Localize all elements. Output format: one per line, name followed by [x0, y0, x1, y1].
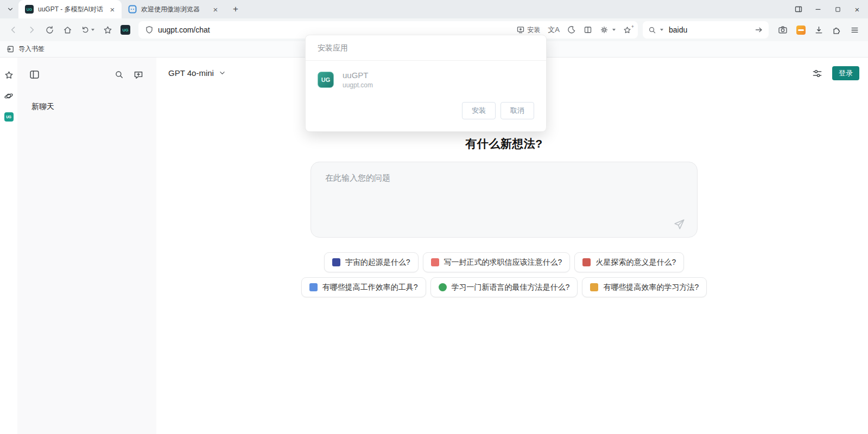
extensions-button[interactable]	[828, 22, 845, 38]
install-dialog-title: 安装应用	[306, 35, 546, 61]
star-plus-icon	[623, 26, 631, 34]
url-text[interactable]: uugpt.com/chat	[158, 25, 516, 34]
rail-uugpt-icon[interactable]: UG	[4, 112, 14, 122]
tab-welcome[interactable]: 欢迎使用傲游浏览器 ×	[122, 0, 225, 18]
tab-close-icon[interactable]: ×	[107, 4, 117, 14]
minimize-button[interactable]	[813, 4, 823, 15]
home-icon	[63, 25, 72, 35]
maximize-button[interactable]	[832, 4, 843, 15]
refresh-icon	[45, 25, 54, 35]
forward-icon	[27, 25, 36, 35]
site-settings-caret-icon	[612, 29, 616, 31]
suggestion-label: 写一封正式的求职信应该注意什么?	[444, 258, 562, 267]
model-selector-label: GPT 4o-mini	[168, 68, 214, 78]
model-selector[interactable]: GPT 4o-mini	[168, 68, 226, 78]
sidebar-item-new-chat[interactable]: 新聊天	[31, 102, 54, 112]
tab-list-dropdown-button[interactable]	[2, 2, 18, 17]
prompt-input[interactable]	[311, 162, 697, 237]
uugpt-extension-button[interactable]: UG	[117, 22, 134, 38]
star-icon	[103, 25, 112, 35]
suggestion-chip[interactable]: 火星探索的意义是什么?	[574, 252, 684, 272]
new-tab-button[interactable]: +	[228, 2, 243, 17]
install-app-button[interactable]: 安装	[516, 25, 540, 35]
suggestion-chips: 宇宙的起源是什么? 写一封正式的求职信应该注意什么? 火星探索的意义是什么? 有…	[311, 252, 698, 297]
tab-bar: UG uuGPT - 多模型AI对话 × 欢迎使用傲游浏览器 × + ×	[0, 0, 868, 18]
new-chat-icon[interactable]	[134, 70, 143, 80]
search-go-arrow-icon[interactable]	[755, 25, 763, 34]
undo-button[interactable]	[77, 22, 98, 38]
install-confirm-button[interactable]: 安装	[462, 102, 496, 119]
close-window-button[interactable]: ×	[852, 4, 863, 15]
login-button[interactable]: 登录	[832, 66, 859, 80]
rail-favorites-star-icon[interactable]	[4, 71, 14, 80]
app-name: uuGPT	[343, 71, 373, 80]
main-header-actions: 登录	[812, 66, 859, 80]
import-bookmarks-icon	[7, 45, 15, 53]
panel-icon	[794, 5, 803, 14]
laptop-icon	[309, 283, 318, 291]
install-app-label: 安装	[527, 25, 540, 35]
night-mode-button[interactable]	[567, 25, 576, 34]
reading-mode-button[interactable]	[584, 25, 592, 34]
home-button[interactable]	[59, 22, 75, 38]
settings-sliders-icon[interactable]	[812, 68, 822, 79]
suggestion-chip[interactable]: 有哪些提高效率的学习方法?	[582, 277, 707, 297]
uugpt-app-icon: UG	[318, 72, 334, 88]
minimize-icon	[814, 5, 822, 13]
gear-icon	[600, 25, 609, 34]
install-dialog-footer: 安装 取消	[306, 94, 546, 131]
search-input[interactable]	[669, 25, 752, 34]
maximize-icon	[834, 6, 841, 13]
back-button[interactable]	[5, 22, 22, 38]
send-button[interactable]	[674, 219, 685, 230]
install-app-dialog: 安装应用 UG uuGPT uugpt.com 安装 取消	[305, 35, 547, 132]
browser-panel-toggle-button[interactable]	[793, 4, 804, 15]
tab-title: 欢迎使用傲游浏览器	[141, 5, 206, 14]
app-domain: uugpt.com	[343, 81, 373, 89]
suggestion-row-2: 有哪些提高工作效率的工具? 学习一门新语言的最佳方法是什么? 有哪些提高效率的学…	[311, 277, 698, 297]
reading-mode-icon	[584, 25, 592, 34]
prompt-input-container	[311, 162, 698, 238]
add-bookmark-button[interactable]: +	[623, 26, 631, 34]
suggestion-label: 宇宙的起源是什么?	[345, 258, 410, 267]
back-icon	[9, 25, 18, 35]
left-icon-rail: UG	[0, 58, 17, 434]
galaxy-icon	[332, 258, 340, 266]
translate-button[interactable]: 文A	[548, 25, 560, 35]
undo-dropdown-caret-icon[interactable]	[91, 29, 94, 31]
globe-icon	[439, 283, 447, 291]
downloads-button[interactable]	[810, 22, 827, 38]
welcome-favicon-icon	[128, 5, 137, 14]
favorites-button[interactable]	[99, 22, 116, 38]
suggestion-label: 有哪些提高效率的学习方法?	[603, 283, 699, 292]
install-cancel-button[interactable]: 取消	[500, 102, 534, 119]
site-security-shield-icon[interactable]	[145, 25, 154, 34]
forward-button[interactable]	[23, 22, 40, 38]
tab-close-icon[interactable]: ×	[211, 4, 220, 14]
rail-discover-planet-icon[interactable]	[4, 91, 14, 101]
sidebar-toggle-icon[interactable]	[29, 69, 40, 80]
chevron-down-icon	[7, 5, 14, 13]
bar-chart-icon	[590, 283, 598, 291]
main-menu-button[interactable]	[846, 22, 863, 38]
chevron-down-icon	[219, 69, 226, 76]
rewards-button[interactable]	[793, 22, 809, 38]
tab-uugpt[interactable]: UG uuGPT - 多模型AI对话 ×	[18, 0, 122, 18]
suggestion-chip[interactable]: 有哪些提高工作效率的工具?	[301, 277, 426, 297]
memo-icon	[431, 258, 439, 266]
suggestion-chip[interactable]: 宇宙的起源是什么?	[324, 252, 419, 272]
suggestion-chip[interactable]: 学习一门新语言的最佳方法是什么?	[430, 277, 578, 297]
download-icon	[814, 25, 823, 35]
site-settings-button[interactable]	[600, 25, 616, 34]
moon-icon	[567, 25, 576, 34]
suggestion-chip[interactable]: 写一封正式的求职信应该注意什么?	[423, 252, 571, 272]
screenshot-button[interactable]	[775, 22, 791, 38]
undo-icon	[81, 25, 90, 34]
search-engine-caret-icon[interactable]	[660, 29, 663, 31]
window-controls: ×	[793, 0, 863, 18]
import-bookmarks-label[interactable]: 导入书签	[18, 44, 45, 54]
refresh-button[interactable]	[41, 22, 58, 38]
install-app-icon	[516, 25, 525, 34]
search-box[interactable]	[643, 21, 769, 39]
search-chats-icon[interactable]	[115, 70, 124, 79]
